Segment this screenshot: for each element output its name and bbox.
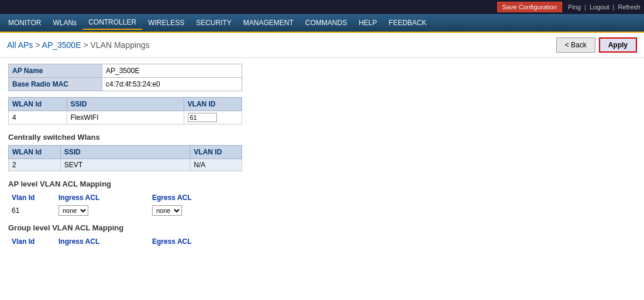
ingress-acl-select[interactable]: none acl1 acl2 [58, 205, 88, 216]
acl-col-ingress: Ingress ACL [55, 192, 149, 204]
breadcrumb-all-aps[interactable]: All APs [7, 40, 33, 50]
nav-commands[interactable]: COMMANDS [299, 16, 353, 29]
ap-name-value: AP_3500E [102, 64, 242, 78]
nav-help[interactable]: HELP [353, 16, 383, 29]
separator1: | [584, 4, 586, 11]
cs-ssid-cell: SEVT [60, 159, 190, 171]
breadcrumb-ap[interactable]: AP_3500E [42, 40, 81, 50]
wlan-ssid-cell: FlexWIFI [67, 111, 184, 125]
col-vlan-id-header: VLAN ID [184, 98, 242, 111]
base-radio-mac-row: Base Radio MAC c4:7d:4f:53:24:e0 [9, 78, 242, 91]
content: AP Name AP_3500E Base Radio MAC c4:7d:4f… [0, 58, 644, 253]
ap-name-row: AP Name AP_3500E [9, 64, 242, 78]
breadcrumb-current: VLAN Mappings [90, 40, 149, 50]
cs-col-ssid: SSID [60, 146, 190, 159]
wlan-id-cell: 4 [9, 111, 67, 125]
group-level-acl-table: Vlan Id Ingress ACL Egress ACL [8, 236, 242, 247]
vlan-id-input[interactable] [188, 113, 217, 122]
col-ssid-header: SSID [67, 98, 184, 111]
top-links: Ping | Logout | Refresh [568, 4, 640, 11]
nav-wireless[interactable]: WIRELESS [142, 16, 190, 29]
refresh-link[interactable]: Refresh [618, 4, 640, 11]
nav-monitor[interactable]: MONITOR [2, 16, 47, 29]
col-wlan-id-header: WLAN Id [9, 98, 67, 111]
nav-controller[interactable]: CONTROLLER [82, 16, 142, 30]
wlan-row: 4 FlexWIFI [9, 111, 242, 125]
ping-link[interactable]: Ping [568, 4, 581, 11]
save-configuration-button[interactable]: Save Configuration [497, 2, 563, 12]
centrally-switched-table: WLAN Id SSID VLAN ID 2 SEVT N/A [8, 145, 242, 171]
wlan-vlan-id-cell [184, 111, 242, 125]
back-button[interactable]: < Back [556, 37, 595, 53]
grp-col-vlan-id: Vlan Id [8, 236, 55, 247]
acl-col-vlan-id: Vlan Id [8, 192, 55, 204]
cs-vlan-id-cell: N/A [190, 159, 242, 171]
nav-management[interactable]: MANAGEMENT [237, 16, 299, 29]
acl-col-egress: Egress ACL [149, 192, 242, 204]
grp-col-ingress: Ingress ACL [55, 236, 149, 247]
breadcrumb-bar: All APs > AP_3500E > VLAN Mappings < Bac… [0, 33, 644, 58]
acl-ingress-cell: none acl1 acl2 [55, 204, 149, 218]
group-level-acl-heading: Group level VLAN ACL Mapping [8, 223, 636, 232]
nav-feedback[interactable]: FEEDBACK [383, 16, 433, 29]
centrally-switched-heading: Centrally switched Wlans [8, 133, 636, 142]
action-buttons: < Back Apply [556, 37, 637, 53]
acl-vlan-id-cell: 61 [8, 204, 55, 218]
base-radio-mac-value: c4:7d:4f:53:24:e0 [102, 78, 242, 91]
wlan-mapping-table: WLAN Id SSID VLAN ID 4 FlexWIFI [8, 97, 242, 125]
nav-bar: MONITOR WLANs CONTROLLER WIRELESS SECURI… [0, 14, 644, 33]
base-radio-mac-label: Base Radio MAC [9, 78, 102, 91]
cs-col-vlan-id: VLAN ID [190, 146, 242, 159]
separator2: | [613, 4, 615, 11]
apply-button[interactable]: Apply [599, 37, 637, 53]
cs-col-wlan-id: WLAN Id [9, 146, 61, 159]
acl-row: 61 none acl1 acl2 none acl1 acl2 [8, 204, 242, 218]
logout-link[interactable]: Logout [590, 4, 609, 11]
cs-wlan-id-cell: 2 [9, 159, 61, 171]
acl-egress-cell: none acl1 acl2 [149, 204, 242, 218]
ap-level-acl-table: Vlan Id Ingress ACL Egress ACL 61 none a… [8, 192, 242, 218]
ap-name-label: AP Name [9, 64, 102, 78]
nav-security[interactable]: SECURITY [190, 16, 237, 29]
breadcrumb: All APs > AP_3500E > VLAN Mappings [7, 40, 150, 50]
breadcrumb-sep1: > [35, 40, 42, 50]
cs-row: 2 SEVT N/A [9, 159, 242, 171]
ap-level-acl-heading: AP level VLAN ACL Mapping [8, 180, 636, 188]
breadcrumb-sep2: > [83, 40, 90, 50]
top-bar: Save Configuration Ping | Logout | Refre… [0, 0, 644, 14]
egress-acl-select[interactable]: none acl1 acl2 [152, 205, 182, 216]
grp-col-egress: Egress ACL [149, 236, 242, 247]
ap-info-table: AP Name AP_3500E Base Radio MAC c4:7d:4f… [8, 64, 242, 91]
nav-wlans[interactable]: WLANs [47, 16, 82, 29]
